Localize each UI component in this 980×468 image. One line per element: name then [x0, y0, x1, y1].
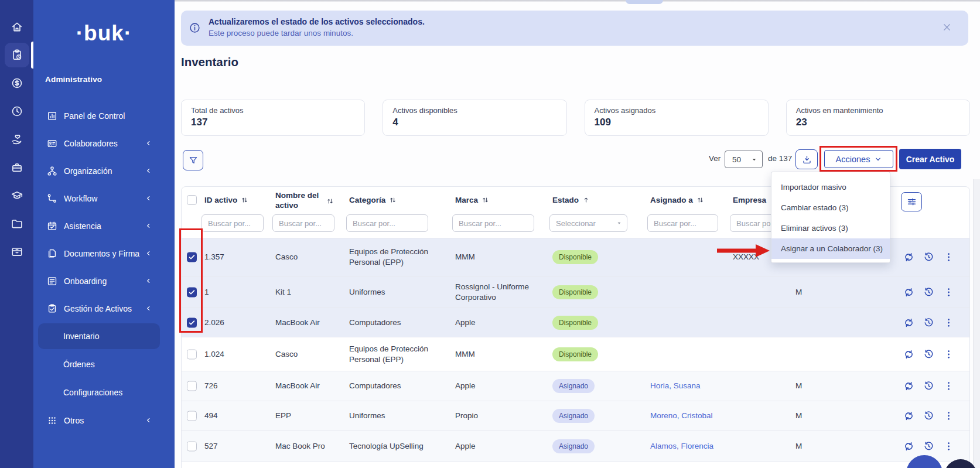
close-icon[interactable] — [942, 22, 952, 32]
rail-item-hand-heart[interactable] — [0, 125, 33, 153]
sidebar-item-otros[interactable]: Otros — [33, 406, 175, 434]
search-input-marca[interactable] — [452, 214, 534, 232]
sidebar-item-documentos-y-firma[interactable]: Documentos y Firma — [33, 240, 175, 267]
column-header-asignado-a[interactable]: Asignado a — [650, 187, 704, 213]
checkbox[interactable] — [187, 411, 197, 421]
menu-item-importador-masivo[interactable]: Importador masivo — [771, 177, 890, 197]
sync-icon[interactable] — [903, 381, 914, 392]
sync-icon[interactable] — [903, 286, 914, 298]
select-all-checkbox[interactable] — [187, 195, 197, 205]
sidebar-item-colaboradores[interactable]: Colaboradores — [33, 129, 175, 157]
rail-item-clock[interactable] — [0, 97, 33, 125]
checkbox[interactable] — [187, 195, 197, 205]
sidebar-item-asistencia[interactable]: Asistencia — [33, 212, 175, 240]
rail-item-dollar[interactable] — [0, 69, 33, 97]
chevron-left-icon — [145, 140, 152, 146]
assignee-link[interactable]: Horia, Susana — [650, 381, 701, 390]
sync-icon[interactable] — [903, 349, 914, 360]
download-button[interactable] — [795, 149, 818, 169]
cell-marca: Apple — [455, 317, 549, 327]
row-actions — [903, 286, 968, 298]
onboarding-icon — [47, 276, 57, 286]
row-checkbox[interactable] — [187, 287, 197, 297]
history-icon[interactable] — [923, 286, 934, 298]
history-icon[interactable] — [923, 317, 934, 328]
sidebar-item-workflow[interactable]: Workflow — [33, 185, 175, 212]
column-header-estado[interactable]: Estado — [552, 187, 590, 213]
checkbox[interactable] — [187, 349, 197, 359]
cell-nombre: EPP — [275, 411, 291, 421]
scrollbar-track[interactable] — [973, 179, 980, 468]
row-checkbox[interactable] — [187, 317, 197, 327]
crear-activo-button[interactable]: Crear Activo — [899, 149, 961, 169]
search-input-asignado-a[interactable] — [647, 214, 718, 232]
sidebar-subitem-inventario[interactable]: Inventario — [33, 322, 175, 350]
column-header-nombre-del-activo[interactable]: Nombre del activo — [275, 188, 334, 214]
search-input-categoria[interactable] — [346, 214, 428, 232]
sidebar-item-onboarding[interactable]: Onboarding — [33, 267, 175, 295]
history-icon[interactable] — [923, 411, 934, 422]
kebab-icon[interactable] — [943, 286, 954, 298]
checkbox[interactable] — [187, 252, 197, 262]
cell-estado: Asignado — [552, 439, 595, 453]
rail-item-folder[interactable] — [0, 210, 33, 238]
sync-icon[interactable] — [903, 441, 914, 452]
sync-icon[interactable] — [903, 411, 914, 422]
row-checkbox[interactable] — [187, 411, 197, 421]
dollar-icon — [11, 77, 23, 90]
checkbox[interactable] — [187, 287, 197, 297]
kebab-icon[interactable] — [943, 317, 954, 328]
row-checkbox[interactable] — [187, 381, 197, 391]
acciones-button[interactable]: Acciones — [824, 150, 893, 168]
checkbox[interactable] — [187, 381, 197, 391]
column-header-id-activo[interactable]: ID activo — [204, 187, 248, 213]
kebab-icon[interactable] — [943, 441, 954, 452]
kebab-icon[interactable] — [943, 381, 954, 392]
info-icon — [189, 22, 201, 34]
sidebar-item-panel-de-control[interactable]: Panel de Control — [33, 102, 175, 129]
filter-categoria — [346, 214, 428, 232]
assignee-link[interactable]: Moreno, Cristobal — [650, 411, 713, 420]
menu-item-asignar-a-un-colaborador-3[interactable]: Asignar a un Colaborador (3) — [771, 238, 890, 259]
search-input-id-activo[interactable] — [202, 214, 264, 232]
info-banner: Actualizaremos el estado de los activos … — [181, 11, 968, 46]
checkbox[interactable] — [187, 317, 197, 327]
rail-item-clipboard-clock[interactable] — [0, 41, 33, 69]
history-icon[interactable] — [923, 441, 934, 452]
row-checkbox[interactable] — [187, 252, 197, 262]
rail-item-gift[interactable] — [0, 153, 33, 182]
rail-item-graduation-cap[interactable] — [0, 182, 33, 210]
menu-item-eliminar-activos-3[interactable]: Eliminar activos (3) — [771, 218, 890, 238]
documents-icon — [47, 248, 57, 259]
kebab-icon[interactable] — [943, 349, 954, 360]
row-checkbox[interactable] — [187, 442, 197, 452]
assignee-link[interactable]: Alamos, Florencia — [650, 442, 713, 450]
page-size-select[interactable]: 50 — [725, 151, 763, 168]
sidebar-item-gestion-de-activos[interactable]: Gestión de Activos — [33, 295, 175, 322]
sidebar-item-organizacion[interactable]: Organización — [33, 157, 175, 185]
history-icon[interactable] — [923, 381, 934, 392]
stat-label: Activos en mantenimiento — [796, 106, 960, 115]
row-checkbox[interactable] — [187, 349, 197, 359]
column-settings-button[interactable] — [901, 192, 922, 211]
column-header-marca[interactable]: Marca — [455, 187, 489, 213]
sort-both-icon — [696, 196, 704, 204]
sidebar-subitem-configuraciones[interactable]: Configuraciones — [33, 378, 175, 406]
kebab-icon[interactable] — [943, 252, 954, 263]
column-header-categoria[interactable]: Categoría — [349, 187, 397, 213]
filter-button[interactable] — [183, 150, 203, 170]
sidebar-subitem-ordenes[interactable]: Órdenes — [33, 350, 175, 378]
menu-item-cambiar-estado-3[interactable]: Cambiar estado (3) — [771, 197, 890, 218]
estado-filter-select[interactable]: Seleccionar — [549, 214, 627, 232]
search-input-nombre-del-activo[interactable] — [272, 214, 334, 232]
checkbox[interactable] — [187, 442, 197, 452]
kebab-icon[interactable] — [943, 411, 954, 422]
sync-icon[interactable] — [903, 317, 914, 328]
rail-item-archive[interactable] — [0, 238, 33, 266]
rail-item-home[interactable] — [0, 13, 33, 41]
filter-estado: Seleccionar — [549, 214, 627, 232]
history-icon[interactable] — [923, 252, 934, 263]
archive-icon — [11, 245, 23, 258]
sync-icon[interactable] — [903, 252, 914, 263]
history-icon[interactable] — [923, 349, 934, 360]
